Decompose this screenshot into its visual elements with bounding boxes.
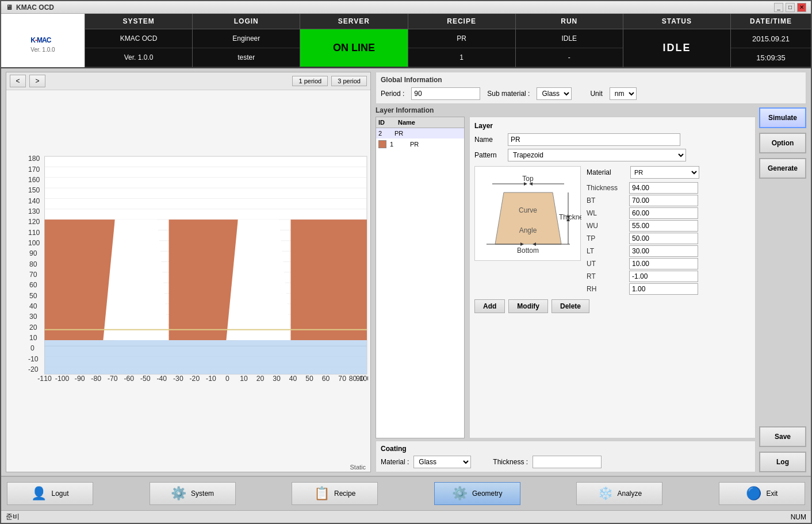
coating-thickness-input[interactable] [533, 456, 602, 468]
layer-pattern-select[interactable]: Trapezoid Rectangle Triangle [508, 149, 686, 161]
svg-text:30: 30 [29, 313, 37, 321]
layer-id-1: 1 [390, 141, 410, 148]
param-bt-input[interactable] [629, 195, 698, 206]
layer-row-1[interactable]: 1 PR [376, 138, 464, 150]
layer-color-1 [378, 140, 386, 148]
add-button[interactable]: Add [474, 299, 505, 313]
svg-text:Bottom: Bottom [517, 246, 539, 255]
chart-area: 180 170 160 150 140 130 120 110 100 90 8… [6, 90, 370, 472]
param-wu-input[interactable] [629, 220, 698, 232]
nav-server-header[interactable]: SERVER [300, 14, 407, 29]
simulate-button[interactable]: Simulate [759, 107, 806, 128]
status-bar: 준비 NUM [1, 510, 811, 523]
coating-thickness-label: Thickness : [493, 458, 528, 466]
param-thickness-input[interactable] [629, 182, 698, 194]
nav-recipe: RECIPE PR 1 [408, 14, 515, 67]
layer-row-0[interactable]: 2 PR [376, 128, 464, 138]
analyze-button[interactable]: ❄️ Analyze [576, 482, 662, 505]
layer-detail-panel: Layer Name Pattern [469, 117, 756, 438]
layer-name-label: Name [474, 136, 503, 144]
nav-system-row2: Ver. 1.0.0 [85, 48, 192, 67]
svg-text:10: 10 [240, 375, 248, 383]
period3-button[interactable]: 3 period [331, 76, 367, 86]
svg-text:150: 150 [28, 186, 40, 194]
param-wu-label: WU [587, 220, 627, 232]
logut-button[interactable]: 👤 Logut [7, 482, 93, 505]
close-button[interactable]: ✕ [797, 3, 806, 12]
delete-button[interactable]: Delete [551, 299, 589, 313]
svg-text:70: 70 [338, 375, 346, 383]
chart-prev-button[interactable]: < [10, 75, 26, 87]
save-button[interactable]: Save [759, 426, 806, 447]
layer-actions: Add Modify Delete [474, 299, 750, 313]
params-panel: Material PR Glass Th [587, 166, 699, 295]
geometry-button[interactable]: ⚙️ Geometry [434, 482, 520, 505]
param-ut-label: UT [587, 258, 627, 269]
nav-recipe-header[interactable]: RECIPE [408, 14, 515, 29]
svg-marker-75 [495, 192, 561, 244]
nav-run: RUN IDLE - [515, 14, 623, 67]
svg-text:-30: -30 [173, 375, 183, 383]
title-bar-text: KMAC OCD [16, 3, 54, 11]
svg-text:-60: -60 [124, 375, 134, 383]
param-wl-input[interactable] [629, 207, 698, 219]
top-nav: K-MAC Ver. 1.0.0 SYSTEM KMAC OCD Ver. 1.… [1, 14, 811, 68]
nav-recipe-row2: 1 [408, 48, 515, 67]
system-button[interactable]: ⚙️ System [150, 482, 236, 505]
generate-button[interactable]: Generate [759, 158, 806, 179]
coating-section: Coating Material : Glass Thickness : [376, 441, 756, 472]
minimize-button[interactable]: _ [774, 3, 783, 12]
period-label: Period : [381, 90, 404, 98]
param-rt-label: RT [587, 271, 627, 282]
content-area: < > 1 period 3 period 180 170 160 150 14… [1, 68, 811, 523]
svg-text:Angle: Angle [519, 226, 537, 234]
status-right: NUM [791, 513, 806, 521]
param-rt-input[interactable] [629, 271, 698, 282]
recipe-label: Recipe [334, 490, 355, 498]
svg-text:50: 50 [305, 375, 313, 383]
material-select[interactable]: PR Glass [630, 166, 699, 179]
title-bar: 🖥 KMAC OCD _ □ ✕ [1, 1, 811, 14]
right-content: Global Information Period : Sub material… [376, 72, 806, 472]
layer-list: ID Name 2 PR 1 PR [376, 117, 465, 438]
maximize-button[interactable]: □ [786, 3, 795, 12]
chart-panel: < > 1 period 3 period 180 170 160 150 14… [6, 72, 371, 472]
coating-material-select[interactable]: Glass [413, 456, 471, 468]
nav-run-header[interactable]: RUN [516, 14, 623, 29]
nav-status-header[interactable]: STATUS [623, 14, 730, 29]
taskbar: 👤 Logut ⚙️ System 📋 Recipe ⚙️ Geometry ❄… [1, 476, 811, 510]
chart-next-button[interactable]: > [29, 75, 45, 87]
nav-server-status: ON LINE [300, 29, 407, 67]
param-bt-label: BT [587, 195, 627, 206]
sub-material-select[interactable]: Glass [537, 87, 572, 100]
chart-svg: 180 170 160 150 140 130 120 110 100 90 8… [28, 93, 368, 461]
layer-name-1: PR [410, 141, 462, 148]
param-tp-input[interactable] [629, 233, 698, 244]
period1-button[interactable]: 1 period [292, 76, 328, 86]
nav-recipe-row1: PR [408, 29, 515, 48]
svg-text:30: 30 [273, 375, 281, 383]
svg-text:0: 0 [30, 344, 35, 352]
svg-text:-90: -90 [75, 375, 85, 383]
logo-cell: K-MAC Ver. 1.0.0 [1, 14, 85, 67]
nav-datetime-header[interactable]: DATE/TIME [731, 14, 811, 29]
modify-button[interactable]: Modify [508, 299, 548, 313]
pattern-diagram: Top Curve Angle [474, 166, 581, 261]
log-button[interactable]: Log [759, 452, 806, 472]
unit-select[interactable]: nm um [610, 87, 637, 100]
param-rh-input[interactable] [629, 283, 698, 295]
option-button[interactable]: Option [759, 133, 806, 153]
param-lt-input[interactable] [629, 245, 698, 257]
recipe-button[interactable]: 📋 Recipe [292, 482, 378, 505]
coating-material-label: Material : [381, 458, 409, 466]
param-ut-input[interactable] [629, 258, 698, 269]
exit-button[interactable]: 🔵 Exit [719, 482, 805, 505]
system-icon: ⚙️ [171, 486, 186, 501]
layer-name-input[interactable] [508, 133, 680, 146]
svg-text:-80: -80 [91, 375, 101, 383]
svg-text:-10: -10 [206, 375, 216, 383]
period-input[interactable] [411, 87, 480, 100]
nav-system-header[interactable]: SYSTEM [85, 14, 192, 29]
nav-login-header[interactable]: LOGIN [193, 14, 300, 29]
material-row: Material PR Glass [587, 166, 699, 179]
